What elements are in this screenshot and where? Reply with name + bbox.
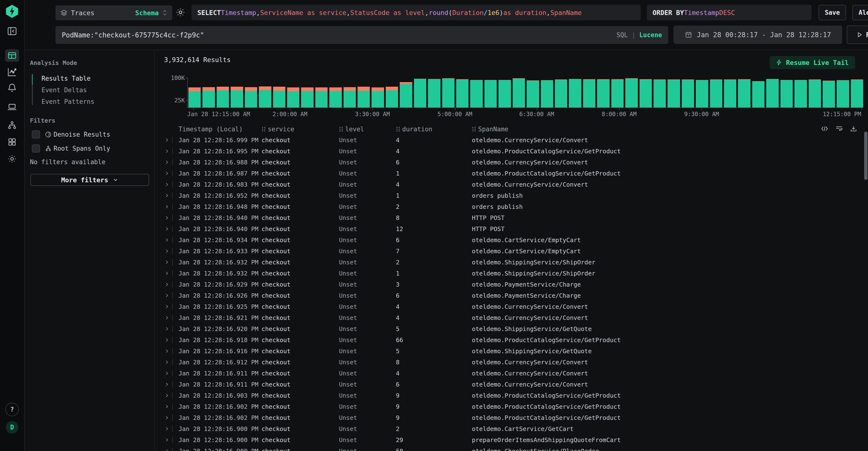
row-expand-chevron-icon[interactable]: [164, 215, 170, 221]
table-row[interactable]: Jan 28 12:28:16.952 PMcheckoutUnset1orde…: [164, 190, 868, 201]
row-expand-chevron-icon[interactable]: [164, 359, 170, 365]
table-row[interactable]: Jan 28 12:28:16.925 PMcheckoutUnset4otel…: [164, 301, 868, 312]
search-input[interactable]: PodName:"checkout-675775c4cc-f2p9c" SQL …: [56, 26, 668, 44]
row-expand-chevron-icon[interactable]: [164, 337, 170, 343]
row-expand-chevron-icon[interactable]: [164, 259, 170, 265]
source-settings-gear-icon[interactable]: [175, 7, 186, 18]
row-expand-chevron-icon[interactable]: [164, 282, 170, 287]
wrap-lines-icon[interactable]: [835, 125, 843, 133]
table-row[interactable]: Jan 28 12:28:16.987 PMcheckoutUnset1otel…: [164, 168, 868, 179]
row-expand-chevron-icon[interactable]: [164, 393, 170, 398]
row-expand-chevron-icon[interactable]: [164, 148, 170, 154]
alerts-button[interactable]: Alerts: [852, 5, 868, 20]
row-expand-chevron-icon[interactable]: [164, 181, 170, 187]
row-expand-chevron-icon[interactable]: [164, 382, 170, 387]
orderby-clause-input[interactable]: ORDER BY Timestamp DESC: [647, 5, 811, 20]
row-expand-cell[interactable]: [164, 370, 179, 376]
root-spans-checkbox[interactable]: [32, 144, 40, 152]
row-expand-cell[interactable]: [164, 170, 179, 176]
table-row[interactable]: Jan 28 12:28:16.902 PMcheckoutUnset9otel…: [164, 401, 868, 412]
query-language-toggle[interactable]: SQL | Lucene: [616, 31, 662, 39]
run-button[interactable]: Run: [847, 26, 868, 44]
table-row[interactable]: Jan 28 12:28:16.948 PMcheckoutUnset2orde…: [164, 201, 868, 212]
save-button[interactable]: Save: [818, 5, 846, 20]
sql-toggle[interactable]: SQL: [616, 31, 628, 39]
table-row[interactable]: Jan 28 12:28:16.999 PMcheckoutUnset4otel…: [164, 135, 868, 146]
row-expand-chevron-icon[interactable]: [164, 315, 170, 321]
mode-item-event-deltas[interactable]: Event Deltas: [32, 84, 150, 96]
row-expand-cell[interactable]: [164, 426, 179, 432]
row-expand-cell[interactable]: [164, 248, 179, 254]
table-row[interactable]: Jan 28 12:28:16.940 PMcheckoutUnset12HTT…: [164, 223, 868, 234]
row-expand-chevron-icon[interactable]: [164, 404, 170, 410]
table-row[interactable]: Jan 28 12:28:16.932 PMcheckoutUnset2otel…: [164, 257, 868, 268]
table-row[interactable]: Jan 28 12:28:16.900 PMcheckoutUnset50ote…: [164, 446, 868, 451]
table-row[interactable]: Jan 28 12:28:16.900 PMcheckoutUnset29pre…: [164, 434, 868, 446]
column-header-level[interactable]: level: [339, 125, 396, 133]
table-row[interactable]: Jan 28 12:28:16.933 PMcheckoutUnset7otel…: [164, 246, 868, 257]
drag-handle-icon[interactable]: [339, 126, 343, 132]
row-expand-cell[interactable]: [164, 359, 179, 365]
table-row[interactable]: Jan 28 12:28:16.900 PMcheckoutUnset2otel…: [164, 423, 868, 434]
row-expand-cell[interactable]: [164, 192, 179, 199]
table-row[interactable]: Jan 28 12:28:16.926 PMcheckoutUnset6otel…: [164, 290, 868, 301]
row-expand-cell[interactable]: [164, 448, 179, 451]
row-expand-cell[interactable]: [164, 181, 179, 188]
resume-live-tail-button[interactable]: Resume Live Tail: [770, 56, 855, 69]
table-row[interactable]: Jan 28 12:28:16.940 PMcheckoutUnset8HTTP…: [164, 212, 868, 223]
nav-item-chart-explorer[interactable]: [7, 67, 17, 77]
row-expand-cell[interactable]: [164, 259, 179, 265]
row-expand-chevron-icon[interactable]: [164, 137, 170, 143]
table-row[interactable]: Jan 28 12:28:16.920 PMcheckoutUnset5otel…: [164, 323, 868, 334]
row-expand-cell[interactable]: [164, 392, 179, 399]
nav-item-search[interactable]: [5, 49, 19, 62]
table-row[interactable]: Jan 28 12:28:16.929 PMcheckoutUnset3otel…: [164, 279, 868, 290]
nav-item-service-map[interactable]: [7, 120, 17, 130]
denoise-results-filter[interactable]: Denoise Results: [32, 130, 150, 139]
table-row[interactable]: Jan 28 12:28:16.995 PMcheckoutUnset4otel…: [164, 146, 868, 157]
source-selector[interactable]: Traces Schema: [56, 5, 172, 20]
more-filters-button[interactable]: More filters: [30, 174, 149, 186]
table-row[interactable]: Jan 28 12:28:16.918 PMcheckoutUnset66ote…: [164, 334, 868, 345]
drag-handle-icon[interactable]: [472, 126, 476, 132]
user-avatar[interactable]: D: [6, 421, 18, 433]
row-expand-cell[interactable]: [164, 415, 179, 421]
table-row[interactable]: Jan 28 12:28:16.916 PMcheckoutUnset5otel…: [164, 345, 868, 357]
table-row[interactable]: Jan 28 12:28:16.911 PMcheckoutUnset6otel…: [164, 379, 868, 390]
column-header-duration[interactable]: duration: [396, 125, 472, 133]
table-row[interactable]: Jan 28 12:28:16.911 PMcheckoutUnset4otel…: [164, 368, 868, 379]
table-row[interactable]: Jan 28 12:28:16.903 PMcheckoutUnset9otel…: [164, 390, 868, 401]
vertical-scrollbar[interactable]: [864, 132, 868, 180]
row-expand-chevron-icon[interactable]: [164, 426, 170, 432]
row-expand-cell[interactable]: [164, 270, 179, 277]
mode-item-event-patterns[interactable]: Event Patterns: [32, 96, 150, 108]
table-row[interactable]: Jan 28 12:28:16.934 PMcheckoutUnset6otel…: [164, 234, 868, 246]
row-expand-cell[interactable]: [164, 226, 179, 232]
row-expand-chevron-icon[interactable]: [164, 248, 170, 254]
table-row[interactable]: Jan 28 12:28:16.932 PMcheckoutUnset1otel…: [164, 268, 868, 279]
row-expand-cell[interactable]: [164, 292, 179, 299]
drag-handle-icon[interactable]: [261, 126, 266, 132]
row-expand-chevron-icon[interactable]: [164, 448, 170, 451]
row-expand-cell[interactable]: [164, 237, 179, 243]
help-button[interactable]: ?: [5, 403, 19, 416]
denoise-checkbox[interactable]: [32, 130, 40, 139]
row-expand-cell[interactable]: [164, 203, 179, 210]
column-header-service[interactable]: service: [261, 125, 339, 133]
table-row[interactable]: Jan 28 12:28:16.921 PMcheckoutUnset4otel…: [164, 312, 868, 323]
row-expand-chevron-icon[interactable]: [164, 226, 170, 232]
row-expand-chevron-icon[interactable]: [164, 326, 170, 332]
row-expand-cell[interactable]: [164, 437, 179, 443]
select-clause-input[interactable]: SELECT Timestamp, ServiceName as service…: [191, 5, 641, 20]
row-expand-cell[interactable]: [164, 403, 179, 410]
row-expand-cell[interactable]: [164, 337, 179, 343]
code-view-icon[interactable]: [821, 125, 829, 133]
row-expand-chevron-icon[interactable]: [164, 292, 170, 299]
row-expand-chevron-icon[interactable]: [164, 437, 170, 443]
nav-item-settings[interactable]: [7, 154, 17, 164]
lucene-toggle[interactable]: Lucene: [639, 31, 662, 39]
row-expand-cell[interactable]: [164, 281, 179, 287]
mode-item-results-table[interactable]: Results Table: [32, 73, 150, 84]
row-expand-chevron-icon[interactable]: [164, 271, 170, 276]
row-expand-cell[interactable]: [164, 215, 179, 221]
